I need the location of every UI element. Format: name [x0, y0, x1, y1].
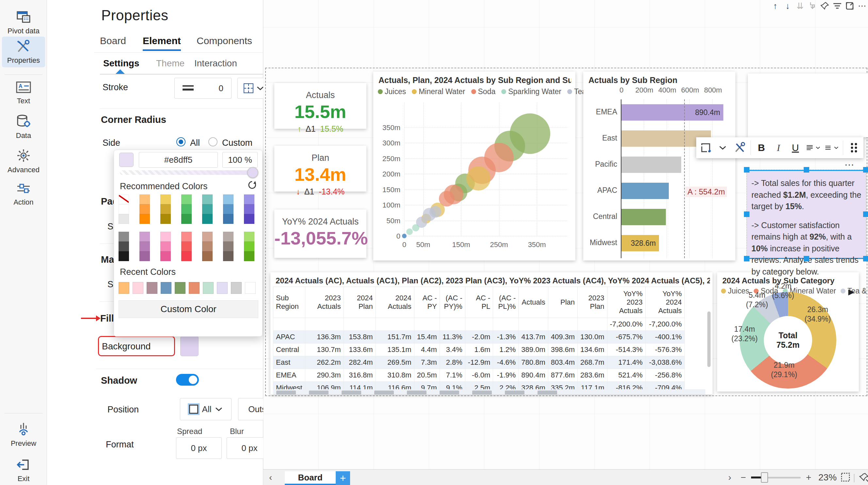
column-header[interactable]: (AC - PL)% — [493, 287, 519, 318]
color-swatch[interactable] — [140, 251, 150, 261]
color-swatch[interactable] — [181, 214, 192, 224]
kpi-card-plan[interactable]: Plan13.4m↓ Δ1 -13.4% — [274, 146, 366, 192]
color-swatch[interactable] — [223, 204, 234, 214]
expand-icon[interactable] — [844, 1, 856, 11]
sidebar-item-data[interactable]: Data — [2, 111, 45, 142]
bold-button[interactable]: B — [755, 140, 768, 155]
column-header[interactable]: Plan — [548, 287, 577, 318]
color-swatch[interactable] — [202, 241, 213, 251]
pin-icon[interactable] — [819, 1, 831, 11]
tab-components[interactable]: Components — [196, 35, 252, 47]
color-swatch[interactable] — [119, 241, 129, 251]
color-swatch[interactable] — [181, 241, 192, 251]
chevron-down-icon[interactable] — [716, 140, 729, 155]
sidebar-item-text[interactable]: AText — [2, 78, 45, 108]
stroke-width-input[interactable]: 0 — [175, 78, 231, 99]
recent-color-swatch[interactable] — [132, 282, 143, 294]
bar-chart-card[interactable]: Actuals by Sub Region 0200m400m600m800mE… — [583, 72, 736, 260]
more-icon[interactable]: ⋯ — [844, 159, 855, 170]
color-swatch[interactable] — [244, 204, 254, 214]
recent-color-swatch[interactable] — [147, 282, 157, 294]
tab-element[interactable]: Element — [143, 35, 181, 47]
sidebar-item-action[interactable]: Action — [2, 179, 45, 209]
column-header[interactable]: AC - PL — [465, 287, 493, 318]
filter-lines-icon[interactable] — [831, 1, 843, 11]
color-swatch[interactable] — [160, 241, 171, 251]
more-icon[interactable]: ⋯ — [856, 1, 868, 11]
bubble-datapoint[interactable] — [429, 206, 441, 218]
color-swatch[interactable] — [181, 251, 192, 261]
opacity-slider-handle[interactable] — [247, 167, 258, 178]
legend-more-icon[interactable]: ▶ — [848, 287, 854, 296]
recent-color-swatch[interactable] — [245, 282, 256, 294]
color-swatch[interactable] — [244, 232, 254, 241]
table-row[interactable]: APAC136.3m153.8m151.7m15.4m11.3%-2.0m-1.… — [273, 331, 685, 343]
bubble-datapoint[interactable] — [412, 224, 419, 231]
zoom-out-button[interactable]: − — [741, 472, 746, 483]
selection-handle[interactable] — [744, 211, 749, 217]
color-swatch[interactable] — [181, 195, 192, 204]
recent-color-swatch[interactable] — [119, 282, 129, 294]
color-swatch[interactable] — [223, 241, 234, 251]
color-swatch[interactable] — [140, 214, 150, 224]
color-swatch[interactable] — [119, 232, 129, 241]
sidebar-item-pivot-data[interactable]: Pivot data — [2, 7, 45, 38]
side-all-label[interactable]: All — [190, 138, 200, 148]
recent-color-swatch[interactable] — [175, 282, 185, 294]
sidebar-item-preview[interactable]: Preview — [2, 419, 45, 450]
line-spacing-dropdown[interactable] — [825, 140, 838, 155]
sidebar-item-advanced[interactable]: Advanced — [2, 145, 45, 177]
bubble-datapoint[interactable] — [402, 234, 407, 238]
table-row[interactable]: EMEA290.3m316.8m310.8m20.5m7.1%-6.0m-1.9… — [273, 369, 685, 382]
italic-button[interactable]: I — [772, 140, 785, 155]
color-swatch[interactable] — [140, 204, 150, 214]
color-swatch[interactable] — [119, 204, 129, 214]
board-canvas[interactable]: Actuals15.5m↑ Δ1 15.5%Plan13.4m↓ Δ1 -13.… — [263, 0, 868, 469]
reset-icon[interactable] — [247, 180, 258, 191]
prev-board-button[interactable]: ‹ — [269, 472, 272, 483]
bubble-datapoint[interactable] — [466, 166, 491, 191]
hex-color-input[interactable]: #e8dff5 — [139, 152, 218, 168]
side-all-radio[interactable] — [176, 137, 185, 146]
color-swatch[interactable] — [160, 232, 171, 241]
color-swatch[interactable] — [140, 241, 150, 251]
kpi-card-actuals[interactable]: Actuals15.5m↑ Δ1 15.5% — [274, 83, 366, 129]
table-scrollbar[interactable] — [707, 311, 711, 367]
bar-apac[interactable] — [621, 183, 669, 199]
side-custom-radio[interactable] — [208, 137, 217, 146]
color-swatch[interactable] — [244, 214, 254, 224]
no-color-swatch[interactable] — [119, 195, 129, 204]
color-swatch[interactable] — [244, 251, 254, 261]
add-board-button[interactable]: + — [336, 471, 350, 485]
selection-handle[interactable] — [804, 256, 809, 261]
zoom-in-button[interactable]: + — [806, 472, 811, 483]
recent-color-swatch[interactable] — [217, 282, 227, 294]
color-swatch[interactable] — [202, 195, 213, 204]
bubble-chart-card[interactable]: Actuals, Plan, 2024 Actuals by Sub Regio… — [373, 72, 576, 260]
tab-board[interactable]: Board — [100, 35, 126, 47]
table-row[interactable]: Central130.7m133.6m135.1m4.4m3.4%1.6m1.2… — [273, 343, 685, 356]
color-swatch[interactable] — [223, 251, 234, 261]
recent-color-swatch[interactable] — [203, 282, 214, 294]
fit-to-screen-icon[interactable] — [841, 472, 850, 482]
bar-pacific[interactable] — [621, 156, 681, 173]
selection-handle[interactable] — [863, 256, 868, 261]
color-swatch[interactable] — [223, 214, 234, 224]
tools-icon[interactable] — [734, 140, 746, 155]
color-swatch[interactable] — [202, 232, 213, 241]
column-header[interactable]: YoY% 2023 Actuals — [607, 287, 645, 318]
column-header[interactable]: 2024 Plan — [344, 287, 376, 318]
column-header[interactable]: Sub Region — [273, 287, 305, 318]
drag-handle-icon[interactable] — [848, 140, 860, 155]
unpin-icon[interactable] — [859, 472, 868, 483]
spread-input[interactable]: 0 px — [176, 437, 222, 459]
align-dropdown[interactable] — [806, 140, 820, 155]
color-swatch[interactable] — [202, 251, 213, 261]
column-header[interactable]: 2023 Plan — [578, 287, 607, 318]
color-swatch[interactable] — [140, 232, 150, 241]
arrow-up-icon[interactable]: ↑ — [769, 1, 781, 11]
color-swatch[interactable] — [181, 204, 192, 214]
column-header[interactable]: Actuals — [519, 287, 548, 318]
color-swatch[interactable] — [202, 204, 213, 214]
opacity-slider[interactable] — [120, 170, 258, 175]
